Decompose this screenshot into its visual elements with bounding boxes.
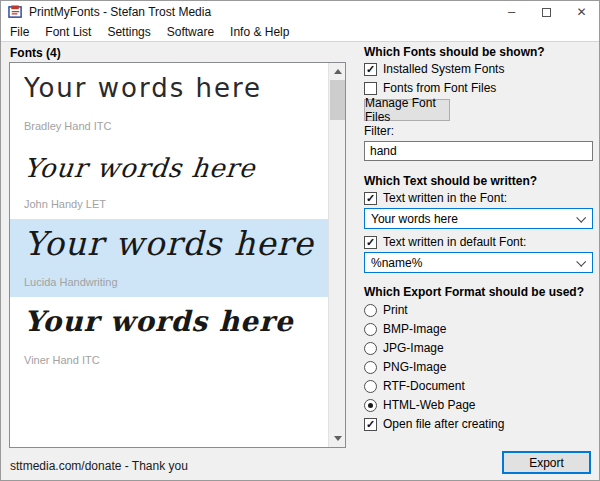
installed-system-fonts-checkbox[interactable] — [364, 63, 377, 76]
app-window: PrintMyFonts - Stefan Trost Media – ✕ Fi… — [0, 0, 600, 481]
text-in-font-label: Text written in the Font: — [383, 191, 507, 206]
fonts-section-header: Which Fonts should be shown? — [364, 45, 593, 60]
donate-status-text: sttmedia.com/donate - Thank you — [10, 459, 188, 473]
title-bar: PrintMyFonts - Stefan Trost Media – ✕ — [1, 1, 599, 23]
html-web-page-label: HTML-Web Page — [383, 398, 475, 413]
font-preview-text: Your words here — [24, 224, 314, 263]
print-label: Print — [383, 303, 408, 318]
font-list: Your words here Bradley Hand ITC Your wo… — [9, 62, 346, 448]
menu-info-help[interactable]: Info & Help — [222, 25, 297, 39]
font-name-label: Lucida Handwriting — [24, 276, 118, 288]
font-list-item-john-handy-let[interactable]: Your words here John Handy LET — [10, 141, 328, 219]
radio-row-jpg[interactable]: JPG-Image — [364, 341, 593, 356]
fonts-from-font-files-row[interactable]: Fonts from Font Files — [364, 81, 593, 96]
default-text-value: %name% — [371, 256, 422, 270]
installed-system-fonts-row[interactable]: Installed System Fonts — [364, 62, 593, 77]
bmp-image-label: BMP-Image — [383, 322, 446, 337]
font-text-combobox[interactable]: Your words here — [364, 208, 593, 229]
export-button[interactable]: Export — [502, 451, 591, 474]
filter-input[interactable] — [364, 141, 593, 161]
close-icon: ✕ — [576, 5, 586, 19]
close-button[interactable]: ✕ — [564, 1, 599, 23]
menu-bar: File Font List Settings Software Info & … — [1, 23, 599, 42]
manage-font-files-button[interactable]: Manage Font Files — [364, 99, 450, 121]
scroll-up-button[interactable] — [329, 63, 346, 80]
font-name-label: Viner Hand ITC — [24, 354, 100, 366]
jpg-image-radio[interactable] — [364, 342, 377, 355]
radio-row-rtf[interactable]: RTF-Document — [364, 379, 593, 394]
text-in-default-font-checkbox[interactable] — [364, 236, 377, 249]
png-image-radio[interactable] — [364, 361, 377, 374]
text-in-font-row[interactable]: Text written in the Font: — [364, 191, 593, 206]
app-icon — [8, 5, 23, 19]
scrollbar-thumb[interactable] — [330, 80, 345, 120]
bmp-image-radio[interactable] — [364, 323, 377, 336]
minimize-icon: – — [508, 8, 515, 16]
open-file-after-creating-row[interactable]: Open file after creating — [364, 417, 593, 432]
chevron-down-icon — [576, 257, 586, 267]
maximize-button[interactable] — [529, 1, 564, 23]
window-controls: – ✕ — [494, 1, 599, 23]
text-in-font-checkbox[interactable] — [364, 192, 377, 205]
html-web-page-radio[interactable] — [364, 399, 377, 412]
menu-software[interactable]: Software — [159, 25, 222, 39]
radio-row-bmp[interactable]: BMP-Image — [364, 322, 593, 337]
options-panel: Which Fonts should be shown? Installed S… — [364, 43, 593, 432]
radio-row-print[interactable]: Print — [364, 303, 593, 318]
font-list-scrollbar[interactable] — [328, 63, 345, 447]
installed-system-fonts-label: Installed System Fonts — [383, 62, 504, 77]
fonts-count-label: Fonts (4) — [10, 46, 61, 60]
scroll-down-icon — [334, 436, 342, 441]
window-title: PrintMyFonts - Stefan Trost Media — [29, 5, 211, 19]
scroll-up-icon — [334, 69, 342, 74]
font-preview-text: Your words here — [24, 305, 293, 338]
open-file-after-creating-label: Open file after creating — [383, 417, 504, 432]
text-in-default-font-row[interactable]: Text written in default Font: — [364, 235, 593, 250]
jpg-image-label: JPG-Image — [383, 341, 444, 356]
minimize-button[interactable]: – — [494, 1, 529, 23]
fonts-from-font-files-label: Fonts from Font Files — [383, 81, 496, 96]
text-in-default-font-label: Text written in default Font: — [383, 235, 526, 250]
client-area: Fonts (4) Your words here Bradley Hand I… — [1, 43, 599, 480]
filter-label: Filter: — [364, 124, 593, 139]
text-section-header: Which Text should be written? — [364, 174, 593, 189]
font-list-item-viner-hand-itc[interactable]: Your words here Viner Hand ITC — [10, 297, 328, 375]
radio-row-html[interactable]: HTML-Web Page — [364, 398, 593, 413]
menu-file[interactable]: File — [2, 25, 37, 39]
open-file-after-creating-checkbox[interactable] — [364, 418, 377, 431]
font-name-label: Bradley Hand ITC — [24, 120, 111, 132]
font-list-item-bradley-hand-itc[interactable]: Your words here Bradley Hand ITC — [10, 63, 328, 141]
default-text-combobox[interactable]: %name% — [364, 252, 593, 273]
rtf-document-radio[interactable] — [364, 380, 377, 393]
print-radio[interactable] — [364, 304, 377, 317]
scroll-down-button[interactable] — [329, 430, 346, 447]
chevron-down-icon — [576, 213, 586, 223]
export-section-header: Which Export Format should be used? — [364, 285, 593, 300]
font-name-label: John Handy LET — [24, 198, 106, 210]
png-image-label: PNG-Image — [383, 360, 446, 375]
menu-font-list[interactable]: Font List — [37, 25, 99, 39]
rtf-document-label: RTF-Document — [383, 379, 465, 394]
font-text-value: Your words here — [371, 212, 458, 226]
font-preview-text: Your words here — [22, 153, 257, 183]
fonts-from-font-files-checkbox[interactable] — [364, 82, 377, 95]
font-list-item-lucida-handwriting[interactable]: Your words here Lucida Handwriting — [10, 219, 328, 297]
menu-settings[interactable]: Settings — [99, 25, 158, 39]
radio-row-png[interactable]: PNG-Image — [364, 360, 593, 375]
maximize-icon — [542, 8, 551, 17]
font-items: Your words here Bradley Hand ITC Your wo… — [10, 63, 328, 447]
font-preview-text: Your words here — [24, 73, 262, 103]
